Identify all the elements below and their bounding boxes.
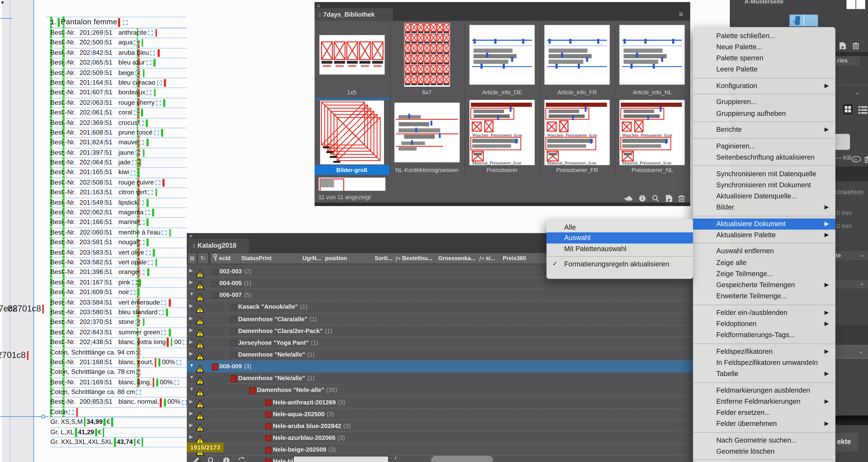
search-icon[interactable] — [208, 454, 215, 462]
row-checkbox[interactable] — [212, 293, 218, 298]
menu-item-in-feldspezifikatoren-umwandeln[interactable]: In Feldspezifikatoren umwandeln — [693, 357, 835, 368]
scroll-left-icon[interactable]: ‹ — [395, 454, 397, 461]
dropdown-fragment[interactable]: ⌄ — [833, 345, 868, 359]
expander-collapse-icon[interactable]: ▼ — [189, 363, 194, 368]
table-row[interactable]: ▶Jerseyhose "Yoga Pant"(1) — [187, 337, 693, 349]
scrollbar-thumb[interactable] — [431, 456, 493, 462]
filter-input[interactable] — [293, 456, 389, 462]
doc-line[interactable]: Best.-Nr.20250051aqua — [50, 38, 186, 48]
library-item-article-info-nl[interactable]: Article_info_NL — [615, 21, 690, 97]
doc-line[interactable]: Best.-Nr.20358451vert émeraude — [50, 298, 186, 308]
library-item-nl-konfektionsgroessen[interactable]: NL-Konfektionsgroessen — [390, 98, 465, 174]
menu-item-mit-palettenauswahl[interactable]: Mit Palettenauswahl — [546, 243, 693, 254]
doc-line[interactable]: Coton — [50, 408, 186, 418]
doc-line[interactable]: 1.Pantalon femme — [50, 16, 186, 28]
menu-item-gespeicherte-teilmengen[interactable]: Gespeicherte Teilmengen▶ — [693, 279, 835, 291]
trash-icon[interactable] — [865, 153, 868, 166]
table-row[interactable]: ▶Nele-aqua-202500(3) — [187, 408, 693, 420]
refresh-icon[interactable]: ↻ — [197, 253, 208, 264]
doc-line[interactable]: Best.-Nr.20206051menthe á l'eau — [50, 228, 186, 238]
expander-collapse-icon[interactable]: ▼ — [189, 375, 194, 380]
doc-line[interactable]: Best.-Nr.20237051stone — [50, 318, 186, 328]
doc-line[interactable]: Best.-Nr.20206551bleu azur — [50, 59, 186, 68]
doc-line[interactable]: Best.-Nr.20116551kiwi — [50, 168, 186, 178]
error-status-box[interactable] — [265, 423, 272, 430]
expander-expand-icon[interactable]: ▶ — [189, 303, 193, 309]
menu-item-zeige-teilmenge[interactable]: Zeige Teilmenge... — [693, 268, 835, 279]
doc-line[interactable]: Best.-Nr.20236951crocus — [50, 118, 186, 128]
doc-line[interactable]: Best.-Nr.20116351citron vert — [50, 188, 186, 198]
expander-expand-icon[interactable]: ▶ — [189, 315, 193, 321]
expander-expand-icon[interactable]: ▶ — [189, 351, 193, 357]
doc-line[interactable]: Best.-Nr.20116751pink — [50, 278, 186, 288]
menu-item-palette-schlie-en[interactable]: Palette schließen... — [693, 30, 835, 42]
table-row[interactable]: ▶Kasack "Anouk/alle"(1) — [187, 301, 693, 314]
menu-item-synchronisieren-mit-datenquelle[interactable]: Synchronisieren mit Datenquelle — [693, 168, 835, 179]
menu-item-leere-palette[interactable]: Leere Palette — [693, 64, 835, 75]
doc-line[interactable]: Best.-Nr.20160851prune foncé — [50, 128, 186, 138]
button-fragment[interactable] — [835, 134, 849, 150]
doc-line[interactable]: Best.-Nr.20358151nougat — [50, 238, 186, 248]
menu-item-aktualisiere-dokument[interactable]: Aktualisiere Dokument▶ — [693, 218, 835, 230]
doc-line[interactable]: Best.-Nr.20116951blanc, long,00% — [50, 378, 186, 388]
table-row[interactable]: ▶Damenhose "Clara/alle"(1) — [187, 313, 693, 325]
menu-item-berichte[interactable]: Berichte▶ — [693, 124, 835, 136]
menu-item-feldspezifikatoren[interactable]: Feldspezifikatoren▶ — [693, 346, 835, 357]
table-row[interactable]: ▶Nele-aruba blue-202842(3) — [187, 420, 693, 432]
menu-item-felder-bernehmen[interactable]: Felder übernehmen▶ — [693, 419, 835, 430]
row-checkbox[interactable] — [230, 316, 237, 322]
doc-line[interactable]: Best.-Nr.20358051bleu standard — [50, 308, 186, 318]
doc-line[interactable]: Best.-Nr.20139751jaune — [50, 148, 186, 158]
sync-icon[interactable] — [238, 454, 247, 462]
error-status-box[interactable] — [265, 447, 272, 453]
library-item-1x5[interactable]: 1x5 — [314, 21, 390, 97]
doc-line[interactable]: Best.-Nr.20116451bleu curacao — [50, 78, 186, 89]
row-checkbox[interactable] — [230, 352, 237, 358]
expander-expand-icon[interactable]: ▶ — [189, 280, 193, 285]
error-status-box[interactable] — [265, 435, 272, 441]
library-item-preisstoerer-fr[interactable]: Waschen_Preisstoerer_IconMaterial_Preiss… — [539, 98, 615, 174]
column-header-ecid[interactable]: ecId — [210, 253, 240, 264]
menu-item-feldoptionen[interactable]: Feldoptionen▶ — [693, 319, 835, 330]
menu-item-synchronisieren-mit-dokument[interactable]: Synchronisieren mit Dokument — [693, 179, 835, 191]
info-icon[interactable] — [223, 454, 230, 462]
margin-guide[interactable] — [9, 0, 10, 462]
doc-line[interactable]: Best.-Nr.20250851rouge cuivre — [50, 178, 186, 188]
doc-line[interactable]: Best.-Nr.20250951beige — [50, 68, 186, 78]
row-checkbox[interactable] — [212, 269, 218, 275]
trash-icon[interactable] — [853, 39, 859, 52]
close-icon[interactable]: ✕ — [316, 3, 320, 8]
close-icon[interactable]: ✕ — [189, 234, 193, 239]
doc-line[interactable]: Best.-Nr.20206151coral — [50, 108, 186, 119]
page-spread-thumbnail[interactable] — [789, 14, 818, 26]
column-header-sorti[interactable]: Sorti... — [373, 253, 394, 264]
library-item-bilder-gro-[interactable]: Bilder-groß — [314, 98, 390, 174]
expander-expand-icon[interactable]: ▶ — [189, 268, 193, 273]
doc-line[interactable]: Best.-Nr.20139651orange — [50, 268, 186, 278]
table-row[interactable]: ▶004-005(1) — [187, 278, 693, 290]
doc-line[interactable]: Best.-Nr.20085351blanc, normal,00% — [50, 398, 186, 408]
doc-line[interactable]: Coton, Schrittlänge ca. 78 cm — [50, 368, 186, 378]
doc-line[interactable]: Best.-Nr.20182451mauve — [50, 138, 186, 148]
page-edge-guide[interactable] — [33, 0, 34, 462]
doc-line[interactable]: Best.-Nr.20206451jade — [50, 158, 186, 168]
column-header-statusprint[interactable]: StatusPrint — [239, 253, 301, 264]
menu-item-konfiguration[interactable]: Konfiguration▶ — [693, 80, 835, 92]
table-row[interactable]: ▶Damenhose "Clara/2er-Pack"(1) — [187, 325, 693, 337]
grid-view-icon[interactable] — [843, 104, 853, 117]
table-row[interactable]: ▶Nele-azurblau-202065(3) — [187, 432, 693, 444]
row-checkbox[interactable] — [230, 304, 237, 310]
umkehren-label[interactable]: Umkehren — [835, 189, 864, 196]
column-header-position[interactable]: position — [323, 253, 374, 264]
column-header-bestellnu[interactable]: ƒ×Bestellnu... — [393, 253, 437, 264]
expander-expand-icon[interactable]: ▶ — [189, 327, 193, 333]
column-header-preis360[interactable]: Preis360 — [501, 253, 548, 264]
dropdown-fragment[interactable]: ⌄ — [835, 280, 868, 289]
table-row[interactable]: ▶Nele-anthrazit-201269(3) — [187, 396, 693, 408]
row-checkbox[interactable] — [230, 328, 237, 334]
doc-line[interactable]: Gr. L,XL41,29€ — [50, 428, 186, 438]
hamburger-menu-icon[interactable]: ≡ — [679, 10, 683, 18]
expander-expand-icon[interactable]: ▶ — [189, 410, 193, 416]
menu-item-feldmarkierungen-ausblenden[interactable]: Feldmarkierungen ausblenden — [693, 385, 835, 396]
doc-line[interactable]: Gr. XS,S,M34,99€ — [50, 418, 186, 428]
